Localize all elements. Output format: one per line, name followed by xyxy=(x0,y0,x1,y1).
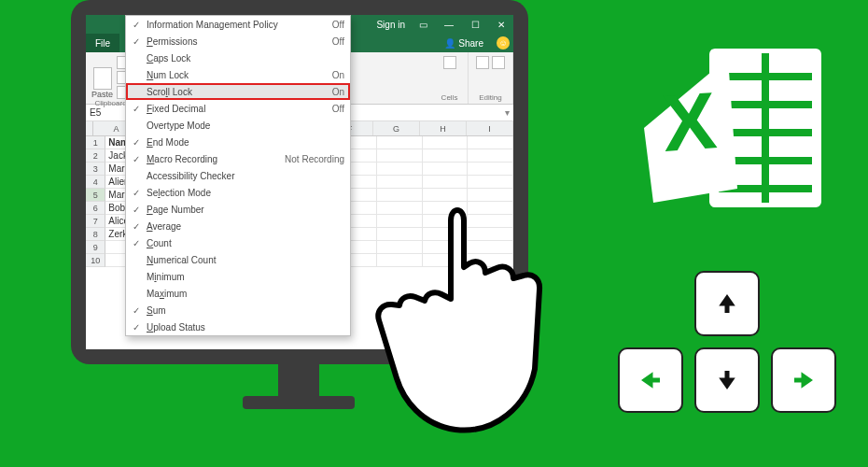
status-menu-value: Off xyxy=(329,36,344,47)
status-menu-item[interactable]: ✓End Mode xyxy=(126,134,350,150)
cell[interactable] xyxy=(377,176,423,189)
status-menu-label: Scroll Lock xyxy=(143,87,329,97)
arrow-key-down[interactable] xyxy=(694,347,760,413)
status-menu-label: Accessibility Checker xyxy=(143,171,344,181)
row-header[interactable]: 8 xyxy=(86,228,105,241)
status-menu-label: Minimum xyxy=(143,272,344,282)
arrow-key-left[interactable] xyxy=(618,347,683,413)
row-header[interactable]: 6 xyxy=(86,202,105,215)
share-icon: 👤 xyxy=(444,38,455,49)
status-menu-value: Off xyxy=(329,20,344,30)
cells-group: Cells xyxy=(431,52,469,104)
share-button[interactable]: 👤 Share xyxy=(437,34,491,52)
check-icon: ✓ xyxy=(130,137,143,148)
close-icon[interactable]: ✕ xyxy=(493,18,510,31)
status-menu-item[interactable]: Minimum xyxy=(126,268,350,285)
status-menu-label: Permissions xyxy=(143,36,329,47)
status-menu-value: Off xyxy=(329,104,344,114)
column-header[interactable]: H xyxy=(420,121,467,135)
maximize-icon[interactable]: ☐ xyxy=(467,18,483,31)
status-menu-item[interactable]: ✓Information Management PolicyOff xyxy=(126,16,350,33)
status-menu-item[interactable]: ✓Macro RecordingNot Recording xyxy=(126,150,350,167)
status-menu-item[interactable]: Accessibility Checker xyxy=(126,167,350,184)
check-icon: ✓ xyxy=(130,322,143,333)
cell[interactable] xyxy=(468,176,513,189)
row-header[interactable]: 3 xyxy=(86,163,105,176)
status-menu-item[interactable]: ✓Selection Mode xyxy=(126,184,350,201)
excel-logo-letter: X xyxy=(659,75,719,168)
status-menu-label: Sum xyxy=(143,305,344,316)
autosum-icon[interactable] xyxy=(476,56,489,69)
cell[interactable] xyxy=(423,163,469,176)
status-menu-label: Macro Recording xyxy=(143,154,281,164)
status-menu-label: End Mode xyxy=(143,137,344,148)
cell[interactable] xyxy=(423,149,469,163)
check-icon: ✓ xyxy=(130,205,143,215)
insert-cells-icon[interactable] xyxy=(443,56,456,69)
cell[interactable] xyxy=(468,149,513,163)
cells-group-label: Cells xyxy=(441,93,458,102)
status-menu-item[interactable]: Scroll LockOn xyxy=(126,83,350,100)
cell[interactable] xyxy=(377,149,423,163)
status-menu-label: Maximum xyxy=(143,289,344,299)
check-icon: ✓ xyxy=(130,221,143,232)
status-menu-label: Num Lock xyxy=(143,70,329,80)
cell[interactable] xyxy=(468,163,513,176)
row-header[interactable]: 2 xyxy=(86,149,105,163)
row-header[interactable]: 1 xyxy=(86,136,105,149)
status-menu-item[interactable]: ✓Page Number xyxy=(126,201,350,218)
editing-group-label: Editing xyxy=(479,93,501,102)
status-menu-item[interactable]: ✓Average xyxy=(126,218,350,234)
select-all-corner[interactable] xyxy=(86,121,93,135)
status-menu-label: Page Number xyxy=(143,205,344,215)
minimize-icon[interactable]: — xyxy=(441,18,457,31)
smiley-feedback-icon[interactable]: ☺ xyxy=(497,36,510,50)
status-menu-label: Fixed Decimal xyxy=(143,104,329,114)
ribbon-display-icon[interactable]: ▭ xyxy=(414,18,431,31)
row-header[interactable]: 9 xyxy=(86,241,105,254)
status-menu-item[interactable]: Caps Lock xyxy=(126,50,350,66)
status-menu-item[interactable]: Numerical Count xyxy=(126,251,350,268)
status-menu-item[interactable]: Overtype Mode xyxy=(126,117,350,134)
signin-link[interactable]: Sign in xyxy=(376,20,405,30)
status-menu-item[interactable]: ✓Sum xyxy=(126,302,350,318)
column-header[interactable]: I xyxy=(467,121,513,135)
check-icon: ✓ xyxy=(130,20,143,30)
status-menu-item[interactable]: ✓Count xyxy=(126,234,350,251)
status-menu-item[interactable]: ✓Upload Status xyxy=(126,318,350,335)
status-menu-item[interactable]: Num LockOn xyxy=(126,66,350,83)
row-header[interactable]: 5 xyxy=(86,189,105,202)
sort-filter-icon[interactable] xyxy=(492,56,505,69)
status-menu-item[interactable]: Maximum xyxy=(126,285,350,302)
status-menu-value: On xyxy=(329,87,344,97)
arrow-key-right[interactable] xyxy=(771,347,836,413)
cell[interactable] xyxy=(377,136,423,149)
status-menu-label: Selection Mode xyxy=(143,188,344,198)
check-icon: ✓ xyxy=(130,188,143,198)
arrow-keys xyxy=(618,271,836,413)
cell[interactable] xyxy=(468,136,513,149)
cell[interactable] xyxy=(377,163,423,176)
status-menu-label: Count xyxy=(143,238,344,248)
row-header[interactable]: 7 xyxy=(86,215,105,228)
status-menu-value: On xyxy=(329,70,344,80)
row-header[interactable]: 10 xyxy=(86,254,105,267)
status-menu-label: Information Management Policy xyxy=(143,20,329,30)
check-icon: ✓ xyxy=(130,36,143,47)
name-box[interactable]: E5 xyxy=(86,105,127,120)
cell[interactable] xyxy=(423,136,469,149)
row-header[interactable]: 4 xyxy=(86,176,105,189)
paste-icon[interactable] xyxy=(93,67,112,90)
column-header[interactable]: G xyxy=(373,121,420,135)
arrow-key-up[interactable] xyxy=(694,271,760,336)
customize-status-bar-menu: ✓Information Management PolicyOff✓Permis… xyxy=(125,15,351,336)
editing-group: Editing xyxy=(469,52,513,104)
status-menu-item[interactable]: ✓PermissionsOff xyxy=(126,33,350,50)
status-menu-label: Caps Lock xyxy=(143,53,344,64)
cell[interactable] xyxy=(423,176,469,189)
formula-bar-expand-icon[interactable]: ▾ xyxy=(500,107,513,118)
tab-file[interactable]: File xyxy=(86,34,119,52)
pointing-hand-cursor xyxy=(355,196,560,443)
check-icon: ✓ xyxy=(130,238,143,248)
status-menu-item[interactable]: ✓Fixed DecimalOff xyxy=(126,100,350,117)
